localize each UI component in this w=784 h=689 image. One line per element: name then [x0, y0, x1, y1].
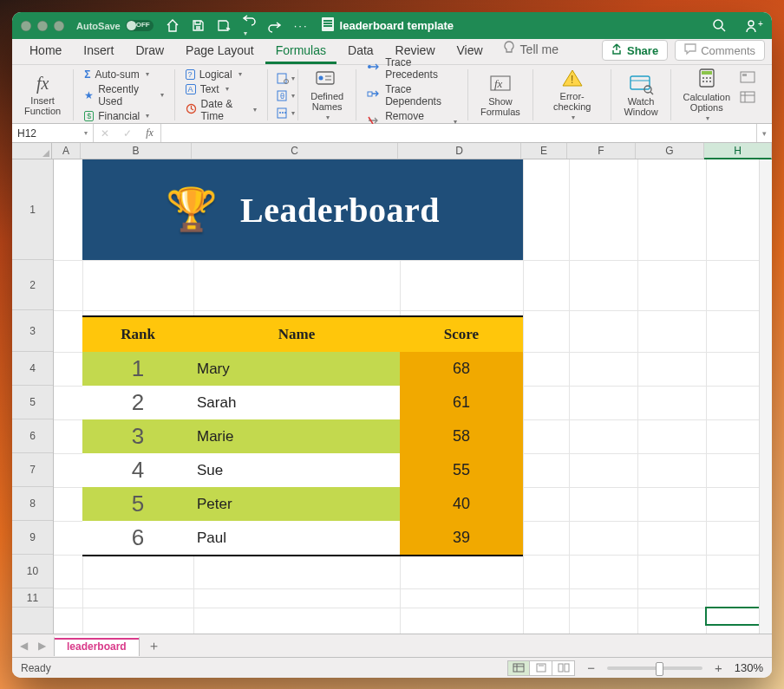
financial-button[interactable]: $Financial▾	[82, 109, 165, 123]
recently-used-button[interactable]: ★Recently Used▾	[82, 82, 165, 108]
defined-names-button[interactable]: Defined Names▾	[307, 67, 347, 123]
enter-formula-icon[interactable]: ✓	[123, 127, 132, 140]
error-checking-button[interactable]: ! Error-checking▾	[542, 67, 603, 123]
more-functions-button[interactable]: ▾	[277, 106, 294, 120]
calculator-icon	[697, 68, 716, 90]
add-sheet-button[interactable]: ＋	[145, 637, 164, 654]
normal-view-button[interactable]	[507, 660, 530, 676]
close-window-button[interactable]	[21, 21, 31, 31]
show-formulas-button[interactable]: fx Show Formulas	[477, 72, 524, 119]
more-icon[interactable]: ···	[294, 19, 309, 32]
svg-point-36	[702, 81, 704, 82]
calculation-options-button[interactable]: Calculation Options▾	[680, 66, 734, 124]
row-header-2[interactable]: 2	[12, 260, 53, 310]
col-header-H[interactable]: H	[704, 143, 772, 159]
row-header-10[interactable]: 10	[12, 555, 53, 588]
save-alt-icon[interactable]	[217, 19, 230, 32]
tab-home[interactable]: Home	[19, 38, 72, 64]
zoom-in-button[interactable]: +	[711, 660, 726, 675]
svg-point-4	[714, 20, 722, 29]
table-row[interactable]: 3Marie58	[82, 419, 523, 453]
svg-rect-27	[630, 76, 650, 89]
svg-rect-44	[513, 664, 524, 672]
cell-name: Mary	[193, 352, 400, 386]
col-header-F[interactable]: F	[567, 143, 636, 159]
col-header-E[interactable]: E	[521, 143, 567, 159]
page-break-view-button[interactable]	[552, 660, 575, 676]
share-icon	[611, 43, 623, 57]
trace-dependents-button[interactable]: Trace Dependents	[365, 82, 459, 108]
worksheet-grid[interactable]: 1234567891011 🏆LeaderboardRankNameScore1…	[12, 159, 772, 634]
name-tag-icon	[315, 68, 339, 89]
zoom-window-button[interactable]	[54, 21, 64, 31]
watch-window-button[interactable]: Watch Window	[620, 72, 661, 119]
tab-draw[interactable]: Draw	[125, 38, 174, 64]
table-row[interactable]: 1Mary68	[82, 352, 523, 386]
zoom-slider[interactable]	[607, 666, 702, 670]
row-header-6[interactable]: 6	[12, 419, 53, 453]
minimize-window-button[interactable]	[37, 21, 48, 31]
coauthor-icon[interactable]: +	[746, 19, 763, 33]
tell-me[interactable]: Tell me	[494, 36, 567, 64]
col-header-B[interactable]: B	[81, 143, 192, 159]
name-box[interactable]: H12▾	[12, 124, 94, 142]
sheet-nav-prev[interactable]: ◀	[17, 640, 30, 652]
row-header-9[interactable]: 9	[12, 521, 53, 555]
autosave-switch[interactable]: OFF	[126, 20, 154, 31]
zoom-out-button[interactable]: −	[584, 660, 598, 675]
home-icon[interactable]	[166, 19, 180, 32]
save-icon[interactable]	[192, 19, 205, 32]
tab-formulas[interactable]: Formulas	[265, 38, 336, 64]
row-header-8[interactable]: 8	[12, 487, 53, 521]
tab-insert[interactable]: Insert	[73, 38, 124, 64]
svg-text:+: +	[758, 19, 763, 29]
fx-icon[interactable]: fx	[146, 127, 154, 140]
svg-rect-1	[323, 20, 332, 22]
table-row[interactable]: 2Sarah61	[82, 386, 523, 419]
col-header-C[interactable]: C	[192, 143, 398, 159]
autosave-toggle[interactable]: AutoSave OFF	[76, 20, 154, 31]
share-button[interactable]: Share	[602, 40, 668, 61]
bulb-icon	[503, 41, 515, 57]
col-header-A[interactable]: A	[52, 143, 81, 159]
th-name: Name	[193, 317, 400, 352]
text-button[interactable]: AText▾	[184, 82, 259, 96]
calc-sheet-button[interactable]	[739, 89, 756, 104]
cell-score: 39	[400, 521, 523, 555]
calc-now-button[interactable]	[739, 69, 756, 84]
row-header-1[interactable]: 1	[12, 159, 53, 260]
search-icon[interactable]	[712, 18, 727, 33]
formula-input[interactable]	[161, 124, 756, 142]
lookup-button[interactable]: ▾	[277, 71, 294, 86]
logical-icon: ?	[186, 69, 195, 80]
comment-icon	[684, 43, 696, 57]
table-row[interactable]: 5Peter40	[82, 487, 523, 521]
expand-formula-bar[interactable]: ▾	[756, 124, 772, 142]
cancel-formula-icon[interactable]: ✕	[101, 127, 109, 140]
row-header-5[interactable]: 5	[12, 386, 53, 419]
row-header-11[interactable]: 11	[12, 588, 53, 608]
comments-button[interactable]: Comments	[675, 40, 765, 61]
watch-icon	[629, 74, 653, 94]
page-layout-view-button[interactable]	[530, 660, 552, 676]
auto-sum-button[interactable]: ΣAuto-sum▾	[82, 68, 165, 81]
math-button[interactable]: θ▾	[277, 88, 294, 103]
date-time-button[interactable]: Date & Time▾	[184, 97, 259, 123]
undo-icon[interactable]: ▾	[242, 13, 257, 38]
select-all-corner[interactable]	[12, 143, 52, 159]
row-header-7[interactable]: 7	[12, 453, 53, 487]
tab-page-layout[interactable]: Page Layout	[175, 38, 265, 64]
sheet-tab-leaderboard[interactable]: leaderboard	[54, 636, 140, 656]
vertical-scrollbar[interactable]	[759, 159, 772, 634]
sheet-nav-next[interactable]: ▶	[36, 640, 49, 652]
col-header-G[interactable]: G	[636, 143, 704, 159]
trace-precedents-button[interactable]: Trace Precedents	[365, 55, 459, 81]
redo-icon[interactable]	[269, 20, 282, 32]
logical-button[interactable]: ?Logical▾	[184, 68, 259, 81]
insert-function-button[interactable]: fx Insert Function	[21, 72, 64, 118]
row-header-4[interactable]: 4	[12, 352, 53, 386]
table-row[interactable]: 6Paul39	[82, 521, 523, 555]
col-header-D[interactable]: D	[398, 143, 521, 159]
row-header-3[interactable]: 3	[12, 310, 53, 352]
table-row[interactable]: 4Sue55	[82, 453, 523, 487]
